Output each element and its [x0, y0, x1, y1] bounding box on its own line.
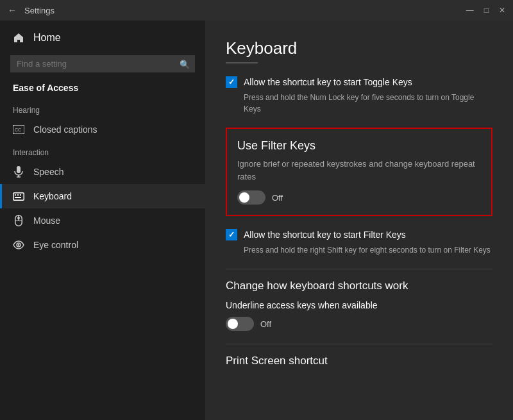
main-layout: Home 🔍 Ease of Access Hearing CC Closed … — [0, 21, 513, 420]
underline-toggle[interactable] — [226, 317, 254, 331]
sidebar-section-title: Ease of Access — [0, 80, 205, 99]
underline-toggle-row: Off — [226, 317, 492, 331]
filter-keys-toggle-label: Off — [272, 193, 283, 203]
filter-keys-toggle[interactable] — [237, 190, 265, 205]
closed-captions-label: Closed captions — [33, 124, 97, 135]
toggle-keys-checkbox-row: ✓ Allow the shortcut key to start Toggle… — [226, 76, 492, 88]
title-underline — [226, 62, 258, 63]
sidebar-item-closed-captions[interactable]: CC Closed captions — [0, 117, 205, 142]
keyboard-label: Keyboard — [33, 191, 72, 201]
page-title: Keyboard — [226, 38, 492, 58]
eye-control-icon — [13, 239, 24, 251]
sidebar-group-hearing: Hearing — [0, 99, 205, 117]
home-icon — [13, 32, 24, 44]
close-button[interactable]: ✕ — [499, 6, 505, 15]
maximize-button[interactable]: □ — [484, 6, 489, 15]
svg-rect-9 — [15, 197, 21, 198]
checkbox-check-icon: ✓ — [228, 78, 235, 87]
shortcuts-section: Change how keyboard shortcuts work Under… — [226, 280, 492, 331]
section-divider-1 — [226, 269, 492, 269]
sidebar: Home 🔍 Ease of Access Hearing CC Closed … — [0, 21, 205, 420]
filter-keys-shortcut-description: Press and hold the right Shift key for e… — [244, 244, 492, 256]
speech-label: Speech — [33, 167, 63, 177]
content-area: Keyboard ✓ Allow the shortcut key to sta… — [205, 21, 513, 420]
keyboard-icon — [13, 190, 24, 202]
toggle-keys-setting: ✓ Allow the shortcut key to start Toggle… — [226, 76, 492, 115]
underline-access-label: Underline access keys when available — [226, 300, 492, 310]
svg-rect-5 — [13, 192, 24, 200]
sidebar-item-home[interactable]: Home — [0, 26, 205, 50]
search-input[interactable] — [10, 55, 195, 72]
shortcuts-heading: Change how keyboard shortcuts work — [226, 280, 492, 292]
filter-keys-title: Use Filter Keys — [237, 139, 481, 153]
svg-rect-8 — [20, 194, 21, 196]
filter-checkbox-check-icon: ✓ — [228, 230, 235, 239]
mouse-icon — [13, 215, 24, 226]
back-button[interactable]: ← — [8, 5, 17, 15]
filter-keys-shortcut-setting: ✓ Allow the shortcut key to start Filter… — [226, 229, 492, 256]
section-divider-2 — [226, 344, 492, 344]
svg-rect-13 — [17, 217, 20, 219]
svg-rect-7 — [17, 194, 19, 196]
sidebar-group-interaction: Interaction — [0, 142, 205, 160]
minimize-button[interactable]: — — [466, 6, 474, 15]
svg-rect-2 — [17, 166, 21, 173]
search-box: 🔍 — [10, 55, 195, 72]
mouse-label: Mouse — [33, 215, 60, 226]
closed-captions-icon: CC — [13, 124, 24, 135]
window-controls: — □ ✕ — [466, 6, 505, 15]
toggle-keys-description: Press and hold the Num Lock key for five… — [244, 92, 492, 115]
filter-keys-description: Ignore brief or repeated keystrokes and … — [237, 158, 481, 183]
title-bar: ← Settings — □ ✕ — [0, 0, 513, 21]
svg-rect-6 — [15, 194, 16, 196]
home-label: Home — [33, 32, 61, 44]
filter-keys-toggle-row: Off — [237, 190, 481, 205]
eye-control-label: Eye control — [33, 240, 78, 250]
filter-keys-shortcut-label: Allow the shortcut key to start Filter K… — [244, 230, 406, 240]
search-icon: 🔍 — [180, 59, 190, 69]
filter-keys-box: Use Filter Keys Ignore brief or repeated… — [226, 128, 492, 216]
svg-point-15 — [18, 244, 20, 246]
underline-toggle-label: Off — [260, 319, 271, 329]
sidebar-item-mouse[interactable]: Mouse — [0, 208, 205, 233]
toggle-knob — [239, 192, 249, 203]
print-screen-heading: Print Screen shortcut — [226, 355, 492, 367]
filter-shortcut-checkbox-row: ✓ Allow the shortcut key to start Filter… — [226, 229, 492, 240]
toggle-keys-checkbox[interactable]: ✓ — [226, 76, 237, 88]
sidebar-item-speech[interactable]: Speech — [0, 160, 205, 184]
sidebar-item-keyboard[interactable]: Keyboard — [0, 184, 205, 208]
sidebar-item-eye-control[interactable]: Eye control — [0, 233, 205, 257]
underline-toggle-knob — [228, 319, 238, 329]
filter-keys-shortcut-checkbox[interactable]: ✓ — [226, 229, 237, 240]
svg-text:CC: CC — [15, 128, 21, 132]
toggle-keys-label: Allow the shortcut key to start Toggle K… — [244, 77, 412, 87]
title-bar-title: Settings — [24, 6, 55, 15]
speech-icon — [13, 166, 24, 178]
